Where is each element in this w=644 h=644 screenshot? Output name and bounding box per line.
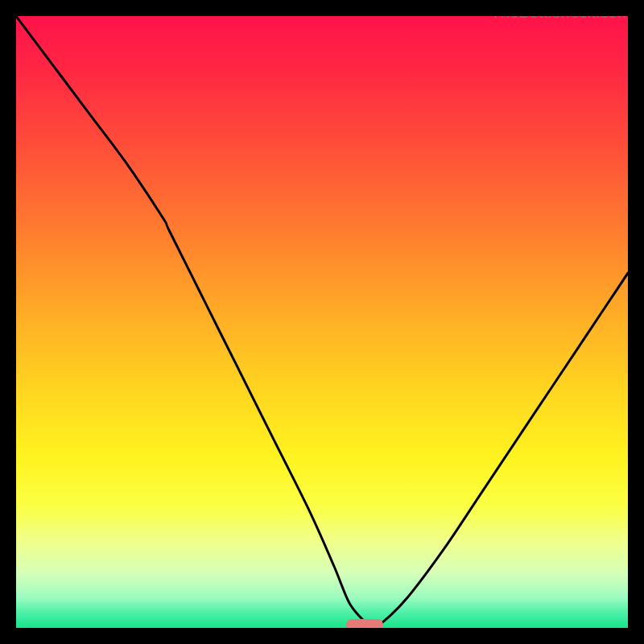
minimum-marker xyxy=(346,619,383,628)
chart-frame: TheBottleneck.com xyxy=(0,0,644,644)
watermark-text: TheBottleneck.com xyxy=(490,16,628,22)
bottleneck-curve xyxy=(16,16,628,628)
plot-area: TheBottleneck.com xyxy=(16,16,628,628)
